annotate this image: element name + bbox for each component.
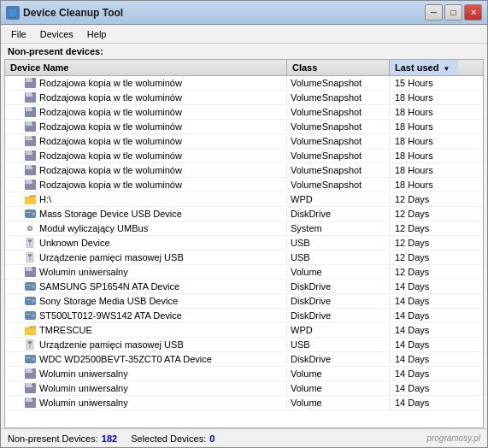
table-row[interactable]: SAMSUNG SP1654N ATA Device DiskDrive 14 … xyxy=(5,280,483,294)
cell-class: System xyxy=(287,222,390,234)
cell-device-name: Rodzajowa kopia w tle woluminów xyxy=(5,106,287,118)
svg-rect-23 xyxy=(32,166,33,167)
floppy-icon xyxy=(24,180,36,190)
cell-device-name: Rodzajowa kopia w tle woluminów xyxy=(5,150,287,162)
cell-last-used: 18 Hours xyxy=(390,106,458,118)
cell-last-used: 14 Days xyxy=(390,309,458,321)
cell-device-name: H:\ xyxy=(5,193,287,205)
table-row[interactable]: Rodzajowa kopia w tle woluminów VolumeSn… xyxy=(5,91,483,105)
selected-count-value: 0 xyxy=(209,433,215,444)
menu-devices[interactable]: Devices xyxy=(33,27,80,41)
svg-rect-14 xyxy=(32,122,33,123)
cell-last-used: 14 Days xyxy=(390,324,458,336)
cell-last-used: 18 Hours xyxy=(390,164,458,176)
menu-help[interactable]: Help xyxy=(80,27,114,41)
svg-rect-19 xyxy=(26,150,32,155)
header-class[interactable]: Class xyxy=(287,60,390,75)
cell-class: USB xyxy=(287,339,390,351)
svg-rect-65 xyxy=(26,398,32,402)
cell-device-name: TMRESCUE xyxy=(5,324,287,336)
menu-file[interactable]: File xyxy=(4,27,33,41)
close-button[interactable]: ✕ xyxy=(464,4,482,21)
svg-rect-40 xyxy=(26,267,32,271)
usb-icon xyxy=(24,238,36,248)
table-row[interactable]: Urządzenie pamięci masowej USB USB 14 Da… xyxy=(5,338,483,352)
maximize-button[interactable]: □ xyxy=(444,4,462,21)
table-row[interactable]: Rodzajowa kopia w tle woluminów VolumeSn… xyxy=(5,178,483,192)
svg-rect-22 xyxy=(26,165,32,169)
table-row[interactable]: ST500LT012-9WS142 ATA Device DiskDrive 1… xyxy=(5,309,483,323)
svg-rect-11 xyxy=(32,108,33,109)
cell-last-used: 14 Days xyxy=(390,397,458,409)
table-row[interactable]: Wolumin uniwersalny Volume 14 Days xyxy=(5,381,483,396)
table-row[interactable]: Moduł wyliczający UMBus System 12 Days xyxy=(5,221,483,236)
svg-rect-53 xyxy=(28,341,32,344)
svg-point-49 xyxy=(32,314,35,317)
cell-device-name: Rodzajowa kopia w tle woluminów xyxy=(5,77,287,89)
cell-class: Volume xyxy=(287,382,390,394)
hdd-icon xyxy=(24,281,36,292)
cell-class: WPD xyxy=(287,193,390,205)
header-last-used[interactable]: Last used ▼ xyxy=(390,60,458,75)
svg-rect-25 xyxy=(26,180,32,184)
table-row[interactable]: Rodzajowa kopia w tle woluminów VolumeSn… xyxy=(5,149,483,163)
cell-class: VolumeSnapshot xyxy=(287,106,390,118)
hdd-icon xyxy=(24,354,36,364)
cell-class: Volume xyxy=(287,266,390,278)
table-row[interactable]: Wolumin uniwersalny Volume 14 Days xyxy=(5,396,483,410)
cell-device-name: Rodzajowa kopia w tle woluminów xyxy=(5,135,287,147)
svg-rect-1 xyxy=(11,15,15,17)
table-row[interactable]: Sony Storage Media USB Device DiskDrive … xyxy=(5,294,483,309)
table-row[interactable]: Rodzajowa kopia w tle woluminów VolumeSn… xyxy=(5,120,483,134)
cell-device-name: Moduł wyliczający UMBus xyxy=(5,222,287,234)
cell-device-name: Unknown Device xyxy=(5,237,287,249)
device-table: Device Name Class Last used ▼ Rodzajowa … xyxy=(4,59,484,428)
table-row[interactable]: H:\ WPD 12 Days xyxy=(5,192,483,207)
table-row[interactable]: Unknown Device USB 12 Days xyxy=(5,236,483,251)
cell-class: USB xyxy=(287,237,390,249)
floppy-icon xyxy=(24,398,36,408)
table-row[interactable]: Urządzenie pamięci masowej USB USB 12 Da… xyxy=(5,251,483,265)
svg-rect-17 xyxy=(32,137,33,138)
cell-last-used: 14 Days xyxy=(390,353,458,365)
table-header: Device Name Class Last used ▼ xyxy=(5,60,483,76)
table-row[interactable]: Mass Storage Device USB Device DiskDrive… xyxy=(5,207,483,221)
cell-last-used: 12 Days xyxy=(390,266,458,278)
table-row[interactable]: WDC WD2500BEVT-35ZCT0 ATA Device DiskDri… xyxy=(5,352,483,367)
non-present-count-item: Non-present Devices: 182 xyxy=(8,433,117,444)
svg-rect-26 xyxy=(32,180,33,181)
header-device-name[interactable]: Device Name xyxy=(5,60,287,75)
cell-class: VolumeSnapshot xyxy=(287,150,390,162)
branding-logo: programosy.pl xyxy=(426,433,480,443)
table-row[interactable]: Rodzajowa kopia w tle woluminów VolumeSn… xyxy=(5,134,483,149)
svg-point-29 xyxy=(32,212,35,215)
folder-icon xyxy=(24,194,36,204)
table-row[interactable]: Wolumin uniwersalny Volume 14 Days xyxy=(5,367,483,381)
floppy-icon xyxy=(24,150,36,161)
cell-device-name: Rodzajowa kopia w tle woluminów xyxy=(5,91,287,103)
floppy-icon xyxy=(24,383,36,393)
cell-last-used: 12 Days xyxy=(390,208,458,220)
selected-count-label: Selected Devices: xyxy=(131,433,206,444)
non-present-label: Non-present devices: xyxy=(1,44,487,59)
menu-bar: File Devices Help xyxy=(1,25,487,44)
table-row[interactable]: Rodzajowa kopia w tle woluminów VolumeSn… xyxy=(5,76,483,91)
table-row[interactable]: Rodzajowa kopia w tle woluminów VolumeSn… xyxy=(5,105,483,120)
floppy-icon xyxy=(24,121,36,132)
table-row[interactable]: Rodzajowa kopia w tle woluminów VolumeSn… xyxy=(5,163,483,178)
floppy-icon xyxy=(24,92,36,103)
svg-rect-0 xyxy=(9,9,17,15)
cell-class: DiskDrive xyxy=(287,295,390,307)
table-row[interactable]: TMRESCUE WPD 14 Days xyxy=(5,323,483,338)
cell-class: VolumeSnapshot xyxy=(287,91,390,103)
cell-class: Volume xyxy=(287,397,390,409)
table-row[interactable]: Wolumin uniwersalny Volume 12 Days xyxy=(5,265,483,280)
cell-last-used: 12 Days xyxy=(390,193,458,205)
non-present-count-label: Non-present Devices: xyxy=(8,433,98,444)
svg-point-46 xyxy=(32,299,35,303)
minimize-button[interactable]: ─ xyxy=(425,4,443,21)
hdd-icon xyxy=(24,310,36,321)
window-controls: ─ □ ✕ xyxy=(425,4,482,21)
floppy-icon xyxy=(24,267,36,277)
cell-device-name: ST500LT012-9WS142 ATA Device xyxy=(5,309,287,321)
